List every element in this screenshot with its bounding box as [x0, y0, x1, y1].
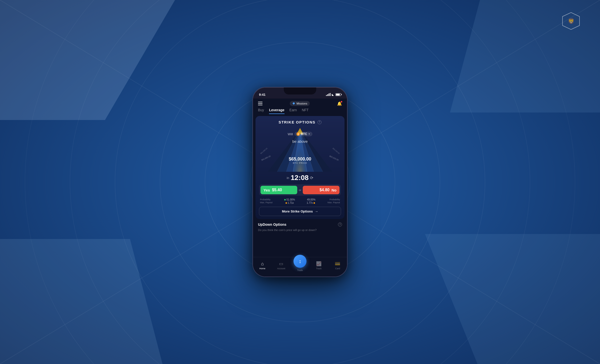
yes-label: Yes — [264, 188, 270, 192]
card-label: Card — [335, 267, 340, 270]
crypto-logo: 🦁 — [562, 12, 580, 30]
wheel-center-price: $65,000.00 BTC PRICE — [289, 156, 311, 164]
will-text: Will — [288, 132, 293, 136]
btc-price-sub-label: BTC PRICE — [289, 162, 311, 164]
yes-price: $5.40 — [272, 188, 282, 192]
no-price: $4.80 — [320, 188, 330, 192]
bell-button[interactable]: 🔔 — [337, 101, 342, 106]
signal-icon — [326, 93, 330, 96]
track-icon: 📈 — [316, 261, 322, 266]
updown-options-section: UpDown Options ? Do you think the coin's… — [253, 219, 347, 232]
hamburger-menu[interactable] — [258, 102, 262, 105]
missions-badge[interactable]: Missions — [290, 101, 310, 106]
no-payout-value: 1.77x — [307, 202, 316, 204]
stats-row: Probability Max. Payout 51.00% 1.71x 49.… — [259, 198, 341, 204]
phone-shell: 9:41 ◣ — [252, 87, 348, 277]
will-btc-row: Will ₿ BTC ▼ — [288, 132, 312, 136]
center-stats-right: 49.00% 1.77x — [307, 198, 316, 204]
no-label: No — [332, 188, 336, 192]
tab-buy[interactable]: Buy — [258, 108, 264, 114]
strike-title-row: STRIKE OPTIONS ? — [259, 120, 341, 124]
no-prob-label: Probability — [328, 198, 340, 201]
updown-help-button[interactable]: ? — [338, 222, 342, 226]
nav-track[interactable]: 📈 Track — [310, 261, 328, 270]
dropdown-caret: ▼ — [308, 133, 310, 135]
svg-marker-10 — [292, 102, 295, 105]
btc-selector[interactable]: ₿ BTC ▼ — [294, 132, 312, 136]
tab-earn[interactable]: Earn — [290, 108, 297, 114]
trade-icon: ↕ — [299, 258, 301, 264]
home-label: Home — [260, 267, 266, 270]
yes-prob-label: Probability — [260, 198, 272, 201]
tab-bar: Buy Leverage Earn NFT — [253, 108, 347, 114]
account-label: Account — [277, 267, 286, 270]
more-strike-options-button[interactable]: More Strike Options → — [259, 207, 341, 216]
track-label: Track — [316, 267, 322, 270]
yes-stats: Probability Max. Payout — [260, 198, 272, 204]
btc-label: BTC — [301, 132, 307, 136]
timer-value: 12:08 — [291, 174, 309, 182]
trade-label: Trade — [297, 269, 303, 272]
status-time: 9:41 — [259, 93, 266, 96]
timer-icon: ⟳ — [310, 176, 313, 180]
be-above-text: be above — [292, 139, 308, 144]
yes-payout-value: 1.71x — [284, 202, 295, 204]
btc-coin-icon: ₿ — [296, 132, 300, 136]
nav-home[interactable]: ⌂ Home — [253, 261, 272, 270]
phone-notch — [284, 88, 316, 94]
status-icons: ◣ — [326, 93, 341, 96]
no-button[interactable]: $4.80 No — [303, 186, 340, 194]
diamond-icon — [292, 102, 295, 105]
wheel-container: Will ₿ BTC ▼ be above $64,980.00 $65,040… — [259, 127, 341, 172]
updown-title-row: UpDown Options ? — [258, 222, 342, 226]
yes-no-container: Yes $5.40 or $4.80 No — [259, 184, 341, 196]
battery-icon — [336, 93, 341, 96]
tab-nft[interactable]: NFT — [302, 108, 308, 114]
bottom-nav: ⌂ Home ▭ Account ↕ Trade 📈 Track — [253, 257, 347, 276]
missions-label: Missions — [296, 102, 307, 105]
more-options-arrow: → — [315, 210, 318, 213]
or-label: or — [299, 188, 301, 192]
more-options-label: More Strike Options — [282, 210, 313, 213]
top-nav: Missions 🔔 — [253, 98, 347, 108]
phone-device: 9:41 ◣ — [252, 87, 348, 277]
tab-leverage[interactable]: Leverage — [269, 108, 284, 114]
updown-title: UpDown Options — [258, 222, 286, 226]
nav-account[interactable]: ▭ Account — [272, 261, 290, 270]
nav-trade[interactable]: ↕ Trade — [290, 259, 309, 272]
center-stats: 51.00% 1.71x — [284, 198, 295, 204]
svg-text:🦁: 🦁 — [568, 18, 575, 24]
strike-title: STRIKE OPTIONS — [278, 120, 316, 124]
yes-button[interactable]: Yes $5.40 — [260, 186, 297, 194]
home-icon: ⌂ — [261, 261, 264, 266]
account-icon: ▭ — [279, 261, 283, 266]
phone-screen: Missions 🔔 Buy Leverage Earn NFT STRIKE … — [253, 98, 347, 276]
wifi-icon: ◣ — [332, 93, 334, 96]
yes-prob-value: 51.00% — [284, 198, 295, 201]
nav-card[interactable]: 💳 Card — [328, 261, 347, 270]
trade-button[interactable]: ↕ — [294, 255, 306, 268]
yes-payout-label: Max. Payout — [260, 201, 272, 204]
card-icon: 💳 — [335, 261, 340, 266]
notification-dot — [341, 101, 342, 102]
strike-options-section: STRIKE OPTIONS ? Will ₿ BTC ▼ be abov — [256, 116, 344, 219]
updown-description: Do you think the coin's price will go up… — [258, 228, 316, 232]
timer-prefix: in — [287, 176, 289, 180]
no-prob-value: 49.00% — [307, 198, 316, 201]
timer-row: in 12:08 ⟳ — [259, 174, 341, 182]
no-stats: Probability Max. Payout — [328, 198, 340, 204]
no-payout-label: Max. Payout — [328, 201, 340, 204]
help-button[interactable]: ? — [318, 120, 322, 124]
